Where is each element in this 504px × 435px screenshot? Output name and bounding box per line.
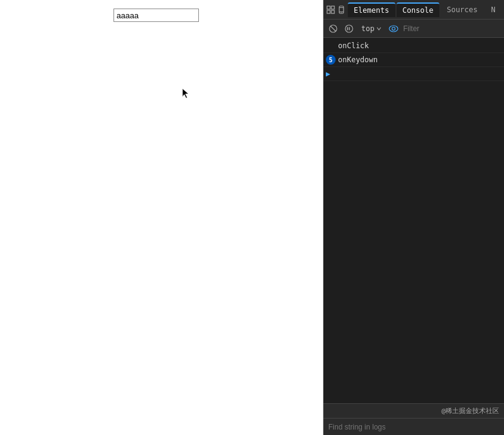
entry-icon-onclick [326, 41, 336, 51]
browser-panel [0, 0, 323, 435]
devtools-panel: Elements Console Sources N top [323, 0, 504, 435]
svg-rect-3 [331, 10, 334, 13]
input-container [113, 9, 199, 22]
entry-icon-onkeydown: 5 [326, 55, 336, 65]
tab-network[interactable]: N [485, 3, 502, 16]
svg-rect-4 [339, 6, 344, 13]
devtools-tabs-bar: Elements Console Sources N [323, 0, 504, 20]
clear-console-icon[interactable] [327, 23, 339, 35]
page-text-input[interactable] [113, 9, 199, 22]
svg-rect-1 [331, 6, 334, 9]
filter-input[interactable] [403, 24, 500, 33]
context-dropdown[interactable]: top [359, 23, 384, 34]
svg-point-7 [341, 12, 342, 13]
console-arrow-icon: ▶ [326, 68, 330, 79]
devtools-toolbar: top [323, 20, 504, 38]
badge-count: 5 [326, 55, 336, 65]
svg-point-14 [392, 27, 395, 30]
eye-icon[interactable] [387, 23, 400, 35]
svg-line-9 [331, 26, 336, 31]
svg-point-13 [389, 26, 398, 32]
mouse-cursor [182, 88, 189, 99]
devtools-watermark: @稀土掘金技术社区 [323, 403, 504, 418]
console-entry-onclick[interactable]: onClick [323, 39, 504, 53]
pause-icon[interactable] [343, 23, 355, 35]
tab-console[interactable]: Console [397, 2, 440, 17]
mobile-icon[interactable] [337, 3, 347, 16]
console-entry-arrow[interactable]: ▶ [323, 67, 504, 81]
find-input[interactable] [328, 423, 499, 431]
console-entry-onkeydown[interactable]: 5 onKeydown [323, 53, 504, 67]
tab-sources[interactable]: Sources [441, 3, 484, 16]
inspect-icon[interactable] [326, 3, 336, 16]
console-text-onkeydown: onKeydown [338, 54, 378, 65]
console-output: onClick 5 onKeydown ▶ [323, 38, 504, 403]
tab-elements[interactable]: Elements [348, 2, 395, 17]
console-text-onclick: onClick [338, 40, 369, 51]
find-bar [323, 418, 504, 435]
svg-rect-0 [327, 6, 330, 9]
svg-rect-2 [327, 10, 330, 13]
